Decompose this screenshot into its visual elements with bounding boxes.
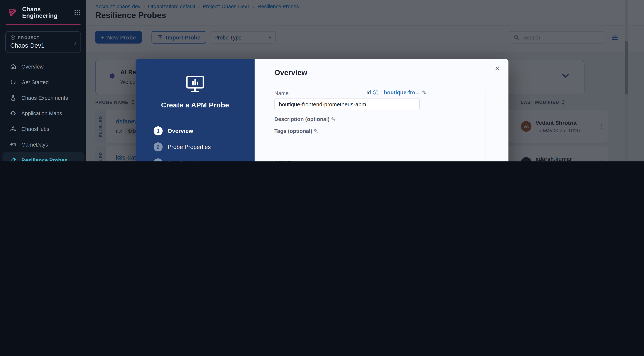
- cube-icon: [10, 35, 16, 40]
- modal-left-panel: Create a APM Probe 1 Overview 2 Probe Pr…: [136, 59, 254, 161]
- project-name: Chaos-Dev1: [10, 42, 76, 49]
- brand-accent-bar: [6, 24, 80, 25]
- modal-title: Create a APM Probe: [136, 101, 254, 109]
- sidebar-item-get-started[interactable]: Get Started: [0, 74, 86, 90]
- create-apm-probe-modal: Create a APM Probe 1 Overview 2 Probe Pr…: [136, 59, 508, 161]
- modal-right-panel: ✕ Overview Name Id i : boutique-fro... ✎…: [255, 59, 508, 161]
- probe-name-input[interactable]: [274, 98, 420, 110]
- sidebar-item-gamedays[interactable]: GameDays: [0, 137, 86, 152]
- wizard-steps: 1 Overview 2 Probe Properties 3 Run Prop…: [154, 123, 211, 161]
- sidebar: Chaos Engineering PROJECT Chaos-Dev1 ›: [0, 0, 86, 161]
- description-label: Description (optional) ✎: [274, 116, 336, 122]
- apm-type-label: APM Type: [274, 160, 300, 161]
- step-probe-properties[interactable]: 2 Probe Properties: [154, 139, 211, 155]
- modal-section-heading: Overview: [274, 68, 307, 77]
- brand-row: Chaos Engineering: [0, 0, 86, 23]
- edit-description-icon[interactable]: ✎: [331, 116, 336, 122]
- edit-tags-icon[interactable]: ✎: [314, 128, 318, 134]
- step-run-properties[interactable]: 3 Run Properties: [154, 155, 211, 161]
- probe-id-value: boutique-fro...: [384, 89, 420, 95]
- step-overview[interactable]: 1 Overview: [154, 123, 211, 139]
- home-icon: [10, 63, 16, 70]
- project-eyebrow-label: PROJECT: [18, 35, 40, 40]
- chevron-right-icon: ›: [74, 40, 76, 46]
- apm-monitor-icon: [185, 75, 205, 93]
- app-switcher-icon[interactable]: [74, 9, 80, 15]
- sidebar-nav: Overview Get Started Chaos Experiments A…: [0, 59, 86, 161]
- probe-tube-icon: [10, 157, 16, 161]
- edit-id-icon[interactable]: ✎: [422, 89, 426, 95]
- harness-logo-icon: [6, 6, 18, 18]
- sidebar-item-chaoshubs[interactable]: ChaosHubs: [0, 121, 86, 137]
- app-root: Chaos Engineering PROJECT Chaos-Dev1 ›: [0, 0, 644, 161]
- sidebar-item-resilience-probes[interactable]: Resilience Probes: [2, 152, 84, 161]
- modal-content-scroll-edge: [485, 91, 486, 161]
- close-icon[interactable]: ✕: [493, 63, 502, 74]
- form-divider: [274, 147, 420, 147]
- flask-icon: [10, 94, 16, 101]
- hub-nodes-icon: [10, 125, 16, 132]
- sidebar-item-application-maps[interactable]: Application Maps: [0, 105, 86, 121]
- probe-id-row: Id i : boutique-fro... ✎: [274, 89, 426, 95]
- sidebar-item-chaos-experiments[interactable]: Chaos Experiments: [0, 90, 86, 106]
- tags-label: Tags (optional) ✎: [274, 128, 318, 134]
- gamepad-icon: [10, 141, 16, 148]
- sidebar-item-overview[interactable]: Overview: [0, 59, 86, 74]
- project-selector[interactable]: PROJECT Chaos-Dev1 ›: [6, 31, 81, 53]
- product-title: Chaos Engineering: [22, 6, 70, 19]
- info-icon: i: [373, 90, 378, 95]
- get-started-icon: [10, 79, 16, 85]
- target-icon: [10, 110, 16, 117]
